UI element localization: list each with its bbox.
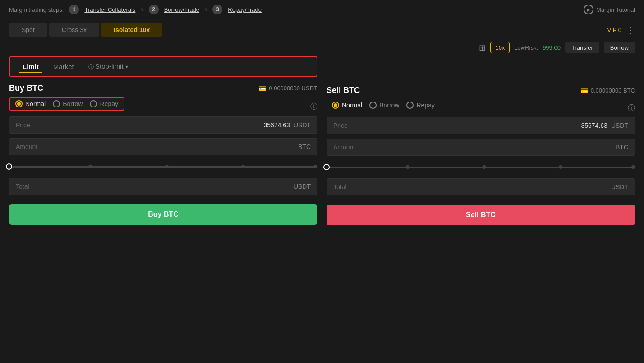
calculator-icon[interactable]: ⊞: [479, 43, 486, 53]
sell-total-unit: USDT: [611, 183, 628, 191]
buy-slider-dot2: [165, 165, 169, 168]
buy-amount-field[interactable]: Amount BTC: [9, 138, 317, 155]
tutorial-label: Margin Tutorial: [596, 6, 635, 13]
arrow1: ›: [141, 5, 143, 14]
sell-slider-dot1: [406, 165, 409, 169]
sell-amount-unit: BTC: [616, 144, 628, 151]
sell-price-unit: USDT: [611, 122, 628, 129]
buy-radio-normal[interactable]: Normal: [15, 100, 46, 107]
buy-order-mode-group: Normal Borrow Repay: [9, 97, 124, 111]
isolated-multiplier: 10x: [139, 26, 150, 33]
sell-slider-track[interactable]: [330, 167, 635, 168]
lowrisk-value: 999.00: [543, 44, 561, 51]
arrow2: ›: [205, 5, 207, 14]
buy-slider[interactable]: [9, 160, 317, 173]
buy-slider-thumb[interactable]: [6, 163, 12, 170]
tab-isolated[interactable]: Isolated 10x: [101, 23, 162, 37]
buy-slider-dot4: [314, 165, 317, 168]
stop-limit-label: Stop-limit: [95, 62, 124, 70]
sell-radio-repay[interactable]: Repay: [406, 102, 434, 109]
borrow-button[interactable]: Borrow: [604, 42, 635, 53]
sell-order-mode-group: Normal Borrow Repay: [327, 99, 440, 112]
buy-price-label: Price: [16, 121, 30, 129]
buy-balance: 💳 0.00000000 USDT: [258, 85, 317, 92]
buy-total-unit: USDT: [294, 183, 311, 190]
buy-repay-circle: [90, 100, 97, 107]
buy-info-button[interactable]: ⓘ: [310, 102, 317, 112]
sell-total-field[interactable]: Total USDT: [327, 178, 635, 195]
sell-slider-dot2: [483, 165, 486, 169]
buy-radio-borrow[interactable]: Borrow: [53, 100, 83, 107]
lowrisk-label: LowRisk:: [514, 44, 538, 51]
sell-wallet-icon: 💳: [580, 87, 588, 94]
sell-repay-label: Repay: [416, 102, 434, 109]
sell-repay-circle: [406, 102, 414, 109]
dropdown-arrow-icon: ▾: [125, 64, 128, 70]
sell-amount-label: Amount: [333, 144, 355, 151]
buy-btc-button[interactable]: Buy BTC: [9, 204, 317, 225]
step1-num: 1: [69, 5, 79, 14]
isolated-label: Isolated: [114, 26, 138, 33]
vip-section: VIP 0 ⋮: [607, 24, 635, 35]
steps-label: Margin trading steps:: [9, 6, 64, 13]
buy-repay-label: Repay: [100, 100, 118, 107]
buy-radio-repay[interactable]: Repay: [90, 100, 118, 107]
tab-spot[interactable]: Spot: [9, 23, 47, 37]
sell-slider-dot4: [631, 165, 635, 169]
buy-slider-track[interactable]: [12, 166, 317, 168]
info-circle-icon: ⓘ: [88, 64, 95, 70]
stop-limit-tab[interactable]: ⓘ Stop-limit ▾: [81, 60, 135, 74]
step2-num: 2: [149, 5, 159, 14]
tab-row: Spot Cross 3x Isolated 10x VIP 0 ⋮: [0, 19, 644, 40]
buy-price-unit: USDT: [294, 121, 311, 129]
sell-btc-button[interactable]: Sell BTC: [327, 205, 635, 225]
order-type-tabs: Limit Market ⓘ Stop-limit ▾: [9, 56, 317, 77]
sell-slider-thumb[interactable]: [323, 164, 330, 170]
transfer-button[interactable]: Transfer: [565, 42, 599, 53]
buy-total-field[interactable]: Total USDT: [9, 178, 317, 195]
sell-balance-row: Sell BTC 💳 0.00000000 BTC: [327, 86, 635, 95]
buy-amount-unit: BTC: [298, 143, 311, 150]
margin-tutorial[interactable]: ▶ Margin Tutorial: [584, 5, 635, 14]
more-options-button[interactable]: ⋮: [626, 24, 635, 35]
sell-amount-field[interactable]: Amount BTC: [327, 139, 635, 156]
sell-slider-dot3: [559, 165, 562, 169]
sell-balance: 💳 0.00000000 BTC: [580, 87, 635, 94]
vip-label: VIP 0: [607, 27, 621, 33]
buy-balance-value: 0.00000000 USDT: [269, 85, 317, 92]
step3-link[interactable]: Repay/Trade: [228, 6, 262, 13]
sell-normal-dot: [334, 103, 337, 107]
sell-price-value: 35674.63: [581, 122, 607, 129]
buy-normal-label: Normal: [25, 100, 46, 107]
buy-normal-circle: [15, 100, 23, 107]
sell-radio-normal[interactable]: Normal: [332, 102, 362, 109]
sell-info-button[interactable]: ⓘ: [628, 103, 635, 113]
step3-num: 3: [212, 5, 222, 14]
buy-borrow-circle: [53, 100, 60, 107]
limit-tab[interactable]: Limit: [15, 60, 46, 73]
sell-tab-spacer: [327, 54, 635, 79]
buy-amount-label: Amount: [16, 143, 37, 150]
leverage-button[interactable]: 10x: [490, 42, 510, 53]
market-tab[interactable]: Market: [46, 60, 81, 73]
sell-price-label: Price: [333, 122, 348, 129]
sell-panel: Sell BTC 💳 0.00000000 BTC Normal Borrow: [327, 54, 635, 225]
buy-total-label: Total: [16, 183, 29, 190]
trading-panels: Limit Market ⓘ Stop-limit ▾ Buy BTC 💳 0.…: [0, 54, 644, 225]
sell-slider[interactable]: [327, 160, 635, 174]
step2-link[interactable]: Borrow/Trade: [164, 6, 199, 13]
buy-panel: Limit Market ⓘ Stop-limit ▾ Buy BTC 💳 0.…: [9, 54, 317, 225]
buy-slider-dot1: [88, 165, 92, 168]
buy-normal-dot: [17, 102, 21, 106]
buy-borrow-label: Borrow: [63, 100, 83, 107]
sell-normal-circle: [332, 102, 339, 109]
sell-price-field[interactable]: Price 35674.63 USDT: [327, 117, 635, 134]
buy-slider-dot3: [241, 165, 245, 168]
step1-link[interactable]: Transfer Collaterals: [84, 6, 135, 13]
buy-balance-row: Buy BTC 💳 0.00000000 USDT: [9, 84, 317, 93]
sell-radio-borrow[interactable]: Borrow: [369, 102, 399, 109]
buy-price-field[interactable]: Price 35674.63 USDT: [9, 116, 317, 134]
sell-borrow-circle: [369, 102, 377, 109]
sell-normal-label: Normal: [342, 102, 362, 109]
tab-cross[interactable]: Cross 3x: [49, 23, 99, 37]
